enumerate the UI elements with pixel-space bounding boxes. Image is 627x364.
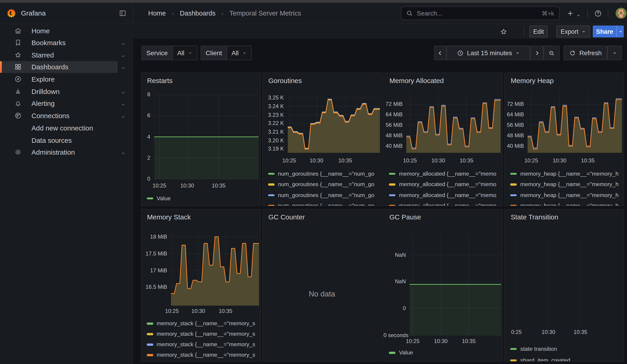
sidebar-item-drilldown[interactable]: Drilldown [0, 86, 133, 97]
panel-gc-pause: GC PauseNaNNaN00 seconds10:2510:3010:35V… [383, 209, 503, 362]
sidebar-item-connections[interactable]: Connections [0, 110, 133, 122]
add-new-icon[interactable] [566, 9, 574, 17]
panel-state-transition: State Transition0:2510:3010:35state tran… [504, 209, 624, 362]
variable-client-value[interactable]: All [227, 46, 252, 60]
panel-goroutines: Goroutines3.25 K3.24 K3.23 K3.22 K3.21 K… [262, 72, 382, 206]
y-axis-tick: 6 [141, 112, 150, 119]
chevron-down-icon[interactable] [120, 52, 126, 58]
sidebar-item-add-new-connection[interactable]: Add new connection [0, 122, 133, 134]
x-axis-tick: 10:35 [331, 157, 359, 163]
avatar[interactable] [616, 8, 627, 19]
legend-item[interactable]: memory_heap {__name__="memory_h [510, 202, 624, 206]
toolbar-divider [524, 27, 524, 36]
x-axis-tick: 10:30 [546, 157, 573, 163]
x-axis-tick: 10:25 [399, 338, 426, 344]
time-range-picker[interactable]: Last 15 minutes [446, 46, 530, 60]
sidebar-item-alerting[interactable]: Alerting [0, 98, 133, 109]
legend-item[interactable]: memory_heap {__name__="memory_h [510, 191, 624, 200]
share-dropdown-button[interactable] [617, 26, 624, 37]
chevron-up-icon[interactable] [120, 113, 126, 118]
sidebar-item-data-sources[interactable]: Data sources [0, 134, 133, 146]
legend-item[interactable]: memory_allocated {__name__="memo [389, 191, 503, 200]
x-axis-tick: 0:25 [504, 329, 530, 335]
legend-item[interactable]: memory_stack {__name__="memory_s [147, 319, 260, 328]
panel-title[interactable]: GC Counter [268, 213, 305, 221]
legend-item[interactable]: memory_heap {__name__="memory_h [510, 169, 624, 179]
legend-item[interactable]: shard_item_created [510, 356, 624, 362]
favorite-star-icon[interactable] [500, 28, 508, 36]
legend-label: memory_heap {__name__="memory_h [520, 203, 619, 206]
legend-label: memory_heap {__name__="memory_h [520, 181, 619, 188]
breadcrumb-home[interactable]: Home [148, 9, 166, 17]
y-axis-tick: 16.5 MiB [141, 284, 167, 290]
add-new-chevron-icon[interactable] [576, 11, 581, 16]
legend-label: memory_heap {__name__="memory_h [520, 170, 619, 177]
legend-item[interactable]: num_goroutines {__name__="num_go [268, 202, 381, 206]
y-axis-tick: 4 [141, 133, 150, 140]
legend-item[interactable]: state transition [510, 345, 624, 354]
share-button[interactable]: Share [593, 26, 617, 37]
legend-label: num_goroutines {__name__="num_go [278, 181, 374, 188]
y-axis-tick: 8 [141, 91, 150, 98]
x-axis-tick: 10:30 [424, 157, 452, 163]
sidebar-item-label: Starred [31, 49, 54, 61]
search-input[interactable]: Search... ⌘+k [401, 6, 560, 20]
time-forward-button[interactable] [530, 46, 544, 60]
y-axis-tick: 40 MiB [505, 143, 524, 149]
sidebar-toggle-icon[interactable] [119, 9, 127, 17]
dashboard-toolbar: Edit Export Share [133, 24, 627, 39]
legend-item[interactable]: Value [147, 194, 260, 203]
chevron-down-icon[interactable] [120, 149, 126, 155]
y-axis-tick: 3.22 K [262, 120, 284, 126]
legend-item[interactable]: num_goroutines {__name__="num_go [268, 180, 381, 189]
time-back-button[interactable] [434, 46, 446, 60]
legend-item[interactable]: memory_allocated {__name__="memo [389, 180, 503, 189]
legend-item[interactable]: memory_allocated {__name__="memo [389, 202, 503, 206]
x-axis-tick: 10:25 [158, 308, 186, 314]
header-divider [587, 9, 588, 17]
sidebar-item-home[interactable]: Home [0, 25, 133, 37]
variable-service[interactable]: Service All [141, 46, 198, 60]
refresh-button[interactable]: Refresh [564, 46, 607, 60]
sidebar-item-starred[interactable]: Starred [0, 49, 133, 61]
legend-item[interactable]: memory_allocated {__name__="memo [389, 169, 503, 179]
x-axis-tick: 10:35 [205, 182, 232, 189]
legend-item[interactable]: memory_stack {__name__="memory_s [147, 340, 260, 349]
legend-color-pill [147, 354, 153, 356]
chevron-down-icon[interactable] [120, 40, 126, 45]
legend-item[interactable]: memory_stack {__name__="memory_s [147, 351, 260, 360]
chevron-down-icon[interactable] [120, 64, 126, 70]
refresh-interval-dropdown[interactable] [607, 46, 622, 60]
sidebar-item-administration[interactable]: Administration [0, 146, 133, 158]
edit-button[interactable]: Edit [529, 26, 548, 37]
help-icon[interactable] [594, 9, 602, 17]
zoom-out-button[interactable] [544, 46, 560, 60]
legend-item[interactable]: num_goroutines {__name__="num_go [268, 169, 381, 179]
breadcrumb-dashboards[interactable]: Dashboards [180, 9, 215, 17]
legend-item[interactable]: memory_heap {__name__="memory_h [510, 180, 624, 189]
legend-item[interactable]: num_goroutines {__name__="num_go [268, 191, 381, 200]
legend-color-pill [389, 173, 395, 175]
y-axis-tick: 3.24 K [262, 103, 284, 109]
legend-color-pill [268, 173, 274, 175]
compass-icon [14, 75, 22, 83]
sidebar-item-explore[interactable]: Explore [0, 73, 133, 85]
sidebar-item-dashboards[interactable]: Dashboards [0, 61, 133, 73]
export-button[interactable]: Export [556, 26, 590, 37]
panel-gc-counter: GC CounterNo data [262, 209, 382, 362]
search-placeholder: Search... [417, 9, 442, 17]
legend-item[interactable]: memory_stack {__name__="memory_s [147, 330, 260, 339]
search-icon [406, 9, 413, 17]
legend-color-pill [510, 194, 517, 196]
variable-service-value[interactable]: All [172, 46, 198, 60]
sidebar-item-bookmarks[interactable]: Bookmarks [0, 37, 133, 49]
chart-svg [505, 209, 624, 362]
legend-item[interactable]: Value [389, 349, 503, 358]
chevron-down-icon[interactable] [120, 89, 126, 94]
chevron-down-icon[interactable] [120, 101, 126, 106]
variable-client[interactable]: Client All [201, 46, 252, 60]
brand-zone: Grafana [0, 3, 133, 24]
y-axis-tick: 0 [141, 176, 150, 182]
x-axis-tick: 10:35 [212, 308, 239, 314]
sidebar-item-label: Bookmarks [31, 37, 66, 49]
